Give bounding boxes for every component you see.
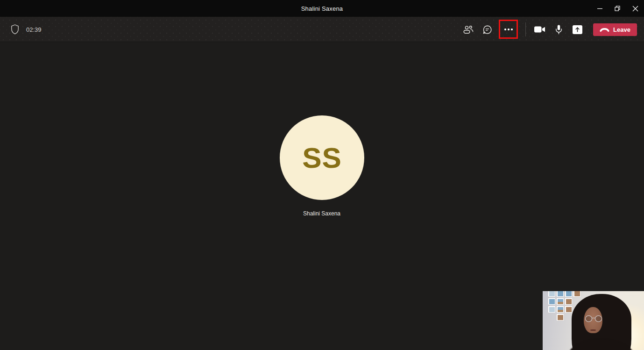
minimize-button[interactable] <box>591 0 609 17</box>
more-options-button[interactable] <box>499 20 518 39</box>
minimize-icon <box>597 6 602 11</box>
window-title: Shalini Saxena <box>301 5 343 12</box>
self-view-video[interactable] <box>543 291 644 350</box>
mic-button[interactable] <box>549 20 568 39</box>
mic-icon <box>555 25 562 35</box>
share-button[interactable] <box>568 20 587 39</box>
participant-avatar: SS <box>280 115 364 200</box>
participants-icon <box>463 25 474 34</box>
meeting-stage: SS Shalini Saxena <box>0 43 644 350</box>
toolbar-divider <box>525 22 526 36</box>
window-controls <box>591 0 644 17</box>
teams-meeting-window: Shalini Saxena <box>0 0 644 350</box>
close-button[interactable] <box>626 0 644 17</box>
chat-button[interactable] <box>478 20 496 39</box>
share-icon <box>573 25 582 34</box>
participants-button[interactable] <box>459 20 478 39</box>
glasses <box>585 315 602 322</box>
leave-button[interactable]: Leave <box>593 23 637 36</box>
restore-button[interactable] <box>609 0 626 17</box>
restore-icon <box>615 6 620 11</box>
close-icon <box>633 6 638 11</box>
participant-name-label: Shalini Saxena <box>275 210 368 217</box>
meeting-timer: 02:39 <box>26 26 42 33</box>
hangup-phone-icon <box>600 28 609 32</box>
camera-icon <box>534 26 545 33</box>
title-bar: Shalini Saxena <box>0 0 644 17</box>
meeting-toolbar: 02:39 <box>0 17 644 42</box>
leave-button-label: Leave <box>613 26 630 33</box>
avatar-initials: SS <box>302 141 342 174</box>
person-mouth <box>590 329 596 331</box>
shield-icon <box>10 24 20 35</box>
chat-icon <box>482 25 492 35</box>
more-options-icon <box>504 29 513 30</box>
toolbar-right: Leave <box>459 17 637 42</box>
toolbar-left: 02:39 <box>10 17 42 42</box>
camera-button[interactable] <box>531 20 549 39</box>
